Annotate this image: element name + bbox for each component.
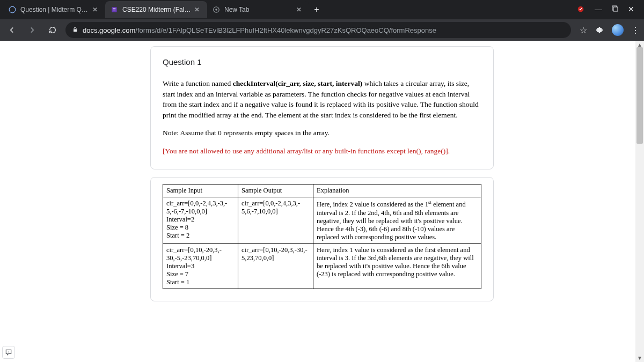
svg-rect-2 xyxy=(113,9,116,9)
report-problem-button[interactable]: ! xyxy=(2,346,15,359)
th-input: Sample Input xyxy=(163,184,238,197)
favicon-icon xyxy=(213,6,220,13)
browser-tab-1[interactable]: CSE220 Midterm (Fall 2021) ✕ xyxy=(105,1,207,18)
shield-icon[interactable] xyxy=(576,5,585,15)
url-path: /forms/d/e/1FAlpQLSeTEvlB3l2LFPhufH2ftHX… xyxy=(135,26,436,34)
reload-button[interactable] xyxy=(45,23,60,38)
profile-avatar[interactable] xyxy=(612,24,624,36)
close-icon[interactable]: ✕ xyxy=(194,6,202,13)
question-title: Question 1 xyxy=(163,57,481,67)
vertical-scrollbar[interactable]: ▲ ▼ xyxy=(635,41,644,362)
scrollbar-thumb[interactable] xyxy=(636,47,643,144)
tab-title: New Tab xyxy=(224,6,293,13)
close-icon[interactable]: ✕ xyxy=(92,6,100,13)
svg-text:!: ! xyxy=(8,350,9,353)
bookmark-star-icon[interactable]: ☆ xyxy=(580,25,587,35)
browser-tab-0[interactable]: Question | Midterm Question | CSE2 ✕ xyxy=(3,1,105,18)
maximize-button[interactable] xyxy=(612,5,618,15)
svg-point-0 xyxy=(9,6,16,13)
close-icon[interactable]: ✕ xyxy=(296,6,304,13)
svg-rect-3 xyxy=(113,10,116,10)
tab-title: Question | Midterm Question | CSE2 xyxy=(20,6,89,13)
scroll-down-icon[interactable]: ▼ xyxy=(637,355,642,361)
minimize-button[interactable]: ― xyxy=(595,5,602,15)
table-row: cir_arr=[0,0,-2,4,3,-3,- 5,-6,-7,-10,0,0… xyxy=(163,197,481,243)
menu-icon[interactable]: ⋮ xyxy=(631,25,640,35)
question-paragraph-1: Write a function named checkInterval(cir… xyxy=(163,78,481,120)
svg-point-5 xyxy=(215,9,217,11)
question-paragraph-2: Note: Assume that 0 represents empty spa… xyxy=(163,128,481,138)
question-card: Question 1 Write a function named checkI… xyxy=(150,46,494,169)
forward-button[interactable] xyxy=(25,23,40,38)
url-host: docs.google.com xyxy=(83,26,135,34)
th-explanation: Explanation xyxy=(313,184,481,197)
svg-rect-9 xyxy=(74,29,77,32)
favicon-icon xyxy=(9,6,16,13)
question-warning: [You are not allowed to use any addition… xyxy=(163,146,481,157)
browser-tab-2[interactable]: New Tab ✕ xyxy=(207,1,309,18)
table-row: cir_arr=[0,10,-20,3,- 30,-5,-23,70,0,0] … xyxy=(163,243,481,289)
extensions-icon[interactable] xyxy=(595,25,604,35)
address-bar[interactable]: docs.google.com/forms/d/e/1FAlpQLSeTEvlB… xyxy=(65,22,571,38)
sample-table: Sample Input Sample Output Explanation c… xyxy=(163,184,481,289)
new-tab-button[interactable]: + xyxy=(309,2,324,17)
close-window-button[interactable]: ✕ xyxy=(628,5,634,15)
svg-rect-8 xyxy=(613,7,618,11)
back-button[interactable] xyxy=(4,23,19,38)
favicon-icon xyxy=(111,6,118,13)
tab-title: CSE220 Midterm (Fall 2021) xyxy=(122,6,191,13)
lock-icon xyxy=(72,26,78,34)
sample-card: Sample Input Sample Output Explanation c… xyxy=(150,177,494,301)
th-output: Sample Output xyxy=(238,184,313,197)
